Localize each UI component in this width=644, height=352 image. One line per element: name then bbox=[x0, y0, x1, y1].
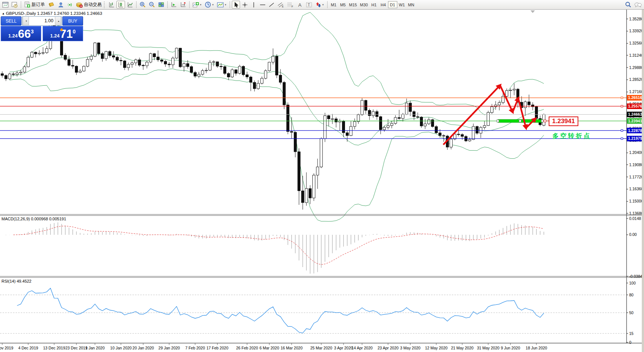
svg-text:12 May 2020: 12 May 2020 bbox=[425, 346, 448, 350]
svg-text:0: 0 bbox=[629, 340, 631, 345]
svg-text:1.13680: 1.13680 bbox=[629, 211, 642, 216]
quote-high: 1.24760 bbox=[54, 11, 69, 16]
fibonacci-icon: F bbox=[287, 2, 294, 8]
toolbar-separator bbox=[21, 1, 21, 8]
autotrading-button[interactable]: 自动交易 bbox=[75, 1, 103, 9]
collapse-trade-panel-icon[interactable]: ▲ bbox=[2, 12, 5, 15]
chart-canvas[interactable]: 1.352801.339201.325601.312401.298801.285… bbox=[0, 10, 642, 352]
price-annotation-box[interactable]: 1.23941 bbox=[549, 116, 578, 126]
svg-text:1.19080: 1.19080 bbox=[629, 162, 642, 167]
timeframe-m30[interactable]: M30 bbox=[358, 1, 369, 8]
buy-price[interactable]: 1.24 71 0 bbox=[43, 26, 83, 41]
search-button[interactable] bbox=[624, 1, 632, 9]
indicators-button[interactable]: ▼ bbox=[191, 1, 203, 9]
timeframe-m15[interactable]: M15 bbox=[348, 1, 358, 8]
new-order-label: 新订单 bbox=[32, 1, 45, 8]
text-label-button[interactable]: T bbox=[305, 1, 313, 9]
svg-text:1.33920: 1.33920 bbox=[629, 29, 642, 33]
autoscroll-button[interactable] bbox=[170, 1, 178, 9]
trendline-button[interactable] bbox=[267, 1, 276, 9]
crosshair-button[interactable] bbox=[241, 1, 249, 9]
line-chart-button[interactable] bbox=[126, 1, 134, 9]
periods-button[interactable]: ▼ bbox=[204, 1, 215, 9]
bar-chart-icon bbox=[108, 2, 115, 8]
zoom-in-button[interactable] bbox=[138, 1, 147, 9]
chat-button[interactable] bbox=[633, 1, 643, 9]
channel-icon: E bbox=[277, 2, 284, 8]
dropdown-icon: ▼ bbox=[322, 4, 324, 6]
timeframe-mn[interactable]: MN bbox=[407, 1, 416, 8]
timeframe-h1[interactable]: H1 bbox=[369, 1, 379, 8]
svg-text:23 Apr 2020: 23 Apr 2020 bbox=[378, 346, 399, 350]
cursor-button[interactable] bbox=[232, 1, 240, 9]
rsi-label: RSI(14) 49.4522 bbox=[1, 279, 32, 283]
line-chart-icon bbox=[127, 2, 133, 8]
buy-price-small: 1.24 bbox=[50, 33, 59, 39]
sell-price-big: 66 bbox=[18, 29, 31, 40]
quote-line: ▲GBPUSD-,Daily1.234571.247601.233461.246… bbox=[2, 11, 103, 16]
timeframe-d1[interactable]: D1 bbox=[388, 1, 397, 8]
svg-text:7 Feb 2020: 7 Feb 2020 bbox=[185, 346, 205, 350]
volume-down-button[interactable]: ▼ bbox=[23, 17, 29, 25]
svg-text:6 Mar 2020: 6 Mar 2020 bbox=[259, 346, 279, 350]
one-click-trading-panel: SELL ▼ 1.00 ▲ BUY 1.24 66 3 1.24 71 0 bbox=[1, 16, 83, 41]
cursor-icon bbox=[233, 2, 239, 8]
toolbar-separator bbox=[230, 1, 230, 8]
svg-text:100: 100 bbox=[629, 281, 636, 285]
svg-text:1.15000: 1.15000 bbox=[629, 199, 642, 203]
timeframe-w1[interactable]: W1 bbox=[397, 1, 407, 8]
templates-button[interactable]: ▼ bbox=[216, 1, 228, 9]
bar-chart-button[interactable] bbox=[107, 1, 116, 9]
profiles-button[interactable] bbox=[10, 1, 19, 9]
chart-shift-button[interactable] bbox=[179, 1, 187, 9]
svg-text:1.24663: 1.24663 bbox=[628, 112, 642, 116]
text-button[interactable]: A bbox=[296, 1, 304, 9]
svg-text:3 Apr 2020: 3 Apr 2020 bbox=[334, 346, 353, 350]
svg-text:A: A bbox=[298, 2, 302, 8]
svg-text:50: 50 bbox=[629, 310, 634, 315]
signals-button[interactable] bbox=[66, 1, 74, 9]
volume-value[interactable]: 1.00 bbox=[29, 17, 55, 25]
timeframe-h4[interactable]: H4 bbox=[379, 1, 388, 8]
timeframe-m5[interactable]: M5 bbox=[338, 1, 348, 8]
zoom-out-button[interactable] bbox=[148, 1, 156, 9]
buy-price-sup: 0 bbox=[73, 29, 76, 34]
svg-text:10 Jan 2020: 10 Jan 2020 bbox=[110, 346, 132, 350]
sell-button[interactable]: SELL bbox=[1, 16, 22, 26]
svg-text:29 Jan 2020: 29 Jan 2020 bbox=[158, 346, 180, 350]
buy-button[interactable]: BUY bbox=[62, 16, 83, 26]
quote-low: 1.23346 bbox=[70, 11, 86, 16]
gold-button[interactable] bbox=[47, 1, 56, 9]
chart-shift-marker bbox=[530, 10, 535, 13]
shapes-button[interactable]: ▼ bbox=[314, 1, 325, 9]
quote-symbol: GBPUSD-,Daily bbox=[6, 11, 36, 16]
horizontal-line-button[interactable] bbox=[259, 1, 267, 9]
new-order-button[interactable]: 新订单 bbox=[23, 1, 46, 9]
profiles-icon bbox=[12, 2, 18, 8]
svg-text:3 May 2020: 3 May 2020 bbox=[400, 346, 421, 350]
tile-windows-button[interactable] bbox=[157, 1, 165, 9]
dropdown-icon: ▼ bbox=[212, 4, 214, 6]
fibonacci-button[interactable]: F bbox=[286, 1, 295, 9]
equidistant-channel-button[interactable]: E bbox=[276, 1, 285, 9]
vertical-line-button[interactable] bbox=[250, 1, 258, 9]
macd-values: 0.000968 0.005191 bbox=[31, 217, 66, 221]
candlestick-chart-button[interactable] bbox=[116, 1, 125, 9]
svg-text:1.27160: 1.27160 bbox=[629, 89, 642, 94]
account-button[interactable] bbox=[56, 1, 65, 9]
svg-text:13 Dec 2019: 13 Dec 2019 bbox=[43, 346, 65, 350]
volume-up-button[interactable]: ▲ bbox=[55, 17, 61, 25]
toolbar-separator bbox=[136, 1, 137, 8]
tile-windows-icon bbox=[158, 2, 164, 8]
window-edge bbox=[642, 10, 644, 352]
svg-text:1.29880: 1.29880 bbox=[629, 65, 642, 70]
sell-price[interactable]: 1.24 66 3 bbox=[1, 26, 41, 41]
new-chart-button[interactable] bbox=[1, 1, 10, 9]
svg-text:14 Apr 2020: 14 Apr 2020 bbox=[352, 346, 373, 350]
turning-point-note[interactable]: 多空转折点 bbox=[552, 132, 591, 140]
date-axis: 25 Nov 20194 Dec 201913 Dec 201923 Dec 2… bbox=[0, 343, 642, 350]
svg-text:21 May 2020: 21 May 2020 bbox=[451, 346, 474, 350]
svg-text:17 Feb 2020: 17 Feb 2020 bbox=[207, 346, 229, 350]
timeframe-m1[interactable]: M1 bbox=[329, 1, 338, 8]
rsi-pane: 1008050150 bbox=[0, 281, 636, 345]
